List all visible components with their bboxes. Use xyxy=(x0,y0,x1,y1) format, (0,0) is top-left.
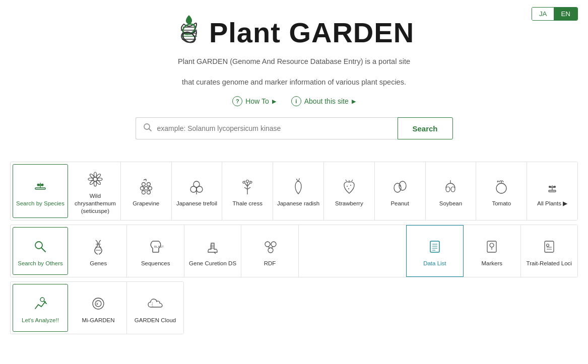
others-icon xyxy=(30,237,50,257)
svg-point-12 xyxy=(94,181,96,186)
svg-point-21 xyxy=(140,187,144,190)
gardencloud-cell[interactable]: GARDEN Cloud xyxy=(127,282,183,334)
trefoil-icon xyxy=(186,177,207,197)
migarden-cell[interactable]: ¥ Mi-GARDEN xyxy=(70,282,127,334)
svg-line-42 xyxy=(41,248,45,252)
sequences-label: Sequences xyxy=(141,260,170,267)
svg-point-39 xyxy=(496,183,506,193)
subtitle-line2: that curates genome and marker informati… xyxy=(10,76,578,89)
thalecress-label: Thale cress xyxy=(233,200,263,207)
others-row: Search by Others Genes xyxy=(10,225,578,277)
about-label: About this site xyxy=(304,97,349,105)
peanut-cell[interactable]: Peanut xyxy=(375,162,426,220)
svg-rect-9 xyxy=(35,188,45,189)
radish-cell[interactable]: Japanese radish xyxy=(273,162,324,220)
allplants-label: All Plants ▶ xyxy=(537,200,567,207)
traitloci-icon xyxy=(539,237,559,257)
trefoil-label: Japanese trefoil xyxy=(176,200,217,207)
tomato-label: Tomato xyxy=(492,200,511,207)
genes-label: Genes xyxy=(90,260,107,267)
thalecress-cell[interactable]: Thale cress xyxy=(222,162,273,220)
strawberry-icon xyxy=(339,177,359,197)
search-by-species-cell[interactable]: Search by Species xyxy=(13,164,68,218)
grapevine-cell[interactable]: Grapevine xyxy=(121,162,172,220)
migarden-label: Mi-GARDEN xyxy=(82,317,114,324)
svg-point-29 xyxy=(246,180,249,183)
traitloci-label: Trait-Related Loci xyxy=(527,260,572,267)
species-section: Search by Species xyxy=(0,162,588,221)
sequences-cell[interactable]: BLAST Sequences xyxy=(127,225,184,277)
rdf-cell[interactable]: RDF xyxy=(241,225,298,277)
markers-icon xyxy=(482,237,502,257)
svg-point-22 xyxy=(144,187,148,190)
allplants-cell[interactable]: All Plants ▶ xyxy=(527,162,577,220)
howto-link[interactable]: ? How To ▶ xyxy=(232,96,276,106)
about-link[interactable]: i About this site ▶ xyxy=(291,96,356,106)
logo-area: Plant GARDEN xyxy=(10,14,578,50)
analyze-row: Let's Analyze!! ¥ Mi-GARDEN xyxy=(10,281,184,334)
tomato-icon xyxy=(491,177,511,197)
svg-point-23 xyxy=(148,187,152,190)
gardencloud-icon xyxy=(145,294,165,314)
peanut-icon xyxy=(390,177,410,197)
genes-cell[interactable]: Genes xyxy=(70,225,127,277)
subtitle-line1: Plant GARDEN (Genome And Resource Databa… xyxy=(10,55,578,68)
svg-point-19 xyxy=(142,183,145,186)
svg-rect-53 xyxy=(430,241,439,252)
analyze-section: Let's Analyze!! ¥ Mi-GARDEN xyxy=(0,281,588,334)
svg-point-51 xyxy=(271,242,276,247)
soybean-cell[interactable]: Soybean xyxy=(426,162,477,220)
svg-point-28 xyxy=(197,186,203,192)
strawberry-cell[interactable]: Strawberry xyxy=(324,162,375,220)
radish-label: Japanese radish xyxy=(277,200,319,207)
svg-point-35 xyxy=(394,183,401,192)
svg-point-52 xyxy=(268,248,273,253)
about-arrow: ▶ xyxy=(352,98,356,105)
others-section: Search by Others Genes xyxy=(0,225,588,277)
radish-icon xyxy=(288,177,308,197)
howto-icon: ? xyxy=(232,96,242,106)
search-box xyxy=(136,117,398,139)
svg-rect-59 xyxy=(545,241,554,252)
svg-text:BLAST: BLAST xyxy=(154,245,164,248)
genecuration-label: Gene Curetion DS xyxy=(189,260,236,267)
search-button[interactable]: Search xyxy=(398,117,453,139)
analyze-cell[interactable]: Let's Analyze!! xyxy=(13,284,68,332)
chrysanthemum-label: Wild chrysanthemum(seticuspe) xyxy=(73,192,117,215)
species-label: Search by Species xyxy=(16,200,64,207)
svg-line-8 xyxy=(149,129,151,131)
svg-point-38 xyxy=(451,187,455,192)
trefoil-cell[interactable]: Japanese trefoil xyxy=(172,162,223,220)
others-label: Search by Others xyxy=(18,260,62,267)
svg-point-11 xyxy=(94,172,96,177)
svg-point-20 xyxy=(147,183,150,186)
analyze-label: Let's Analyze!! xyxy=(22,317,59,324)
howto-label: How To xyxy=(245,97,269,105)
svg-point-50 xyxy=(265,242,270,247)
tomato-cell[interactable]: Tomato xyxy=(476,162,527,220)
migarden-icon: ¥ xyxy=(88,294,108,314)
svg-point-33 xyxy=(350,185,351,186)
search-area: Search xyxy=(10,117,578,139)
traitloci-cell[interactable]: Trait-Related Loci xyxy=(521,225,577,277)
soybean-label: Soybean xyxy=(439,200,462,207)
datalist-cell[interactable]: Data List xyxy=(406,225,464,277)
chrysanthemum-cell[interactable]: Wild chrysanthemum(seticuspe) xyxy=(70,162,121,220)
svg-text:¥: ¥ xyxy=(96,302,98,306)
genecuration-cell[interactable]: Gene Curetion DS xyxy=(184,225,241,277)
search-icon xyxy=(143,123,152,134)
markers-cell[interactable]: Markers xyxy=(464,225,520,277)
markers-label: Markers xyxy=(482,260,503,267)
svg-rect-40 xyxy=(549,190,556,192)
datalist-label: Data List xyxy=(423,260,446,267)
rdf-label: RDF xyxy=(264,260,276,267)
rdf-icon xyxy=(260,237,280,257)
hero-section: Plant GARDEN Plant GARDEN (Genome And Re… xyxy=(0,0,588,162)
search-input[interactable] xyxy=(157,124,390,132)
svg-rect-58 xyxy=(487,241,496,252)
svg-point-25 xyxy=(147,191,150,194)
empty-cell xyxy=(299,225,406,277)
search-by-others-cell[interactable]: Search by Others xyxy=(13,227,68,275)
genes-icon xyxy=(88,237,108,257)
gardencloud-label: GARDEN Cloud xyxy=(135,317,176,324)
